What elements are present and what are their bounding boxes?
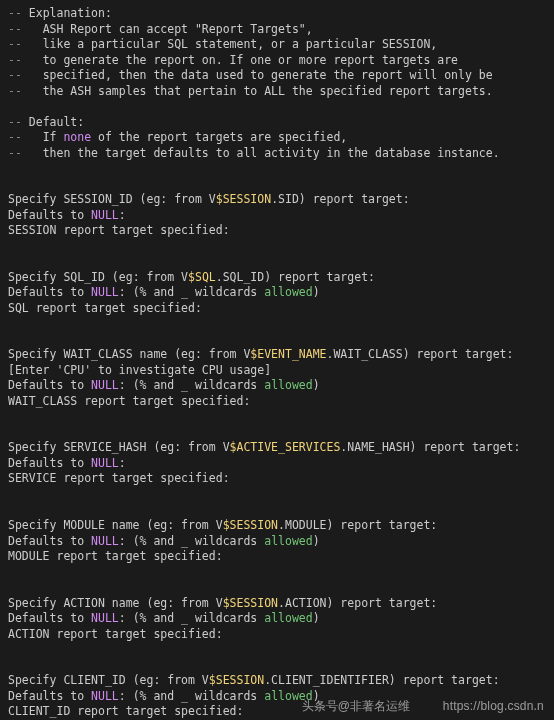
watermark-left: 头条号@非著名运维 [302, 698, 410, 714]
terminal-output: -- Explanation: -- ASH Report can accept… [0, 0, 554, 720]
watermark-right: https://blog.csdn.n [443, 698, 544, 714]
